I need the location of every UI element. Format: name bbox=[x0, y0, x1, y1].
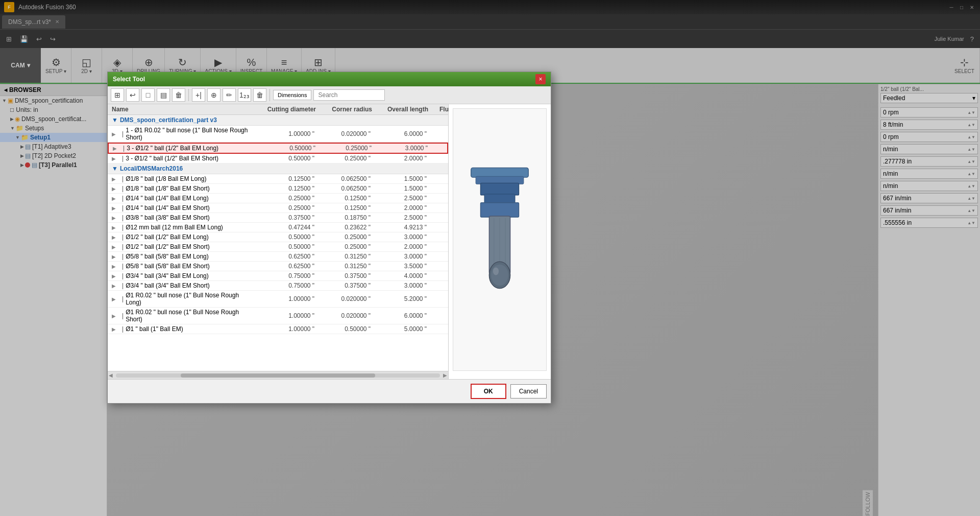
remove-tool-button[interactable]: 🗑 bbox=[253, 88, 266, 102]
tool-flute-value: 1.2500 bbox=[427, 233, 448, 241]
search-input[interactable] bbox=[313, 89, 385, 101]
tool-corner-r-value: 0.31250 " bbox=[314, 253, 371, 260]
tool-type-icon: | bbox=[122, 325, 124, 333]
tool-row[interactable]: ▶ | 3 - Ø1/2 " ball (1/2" Ball EM Short)… bbox=[108, 154, 448, 163]
scroll-track[interactable] bbox=[116, 373, 440, 378]
tool-corner-r-value: 0.25000 " bbox=[314, 233, 371, 241]
tool-overall-value: 5.2000 " bbox=[371, 295, 427, 302]
tool-name-label: Ø1/8 " ball (1/8" Ball EM Short) bbox=[126, 185, 253, 192]
tool-type-icon: | bbox=[122, 253, 124, 260]
dialog-title: Select Tool bbox=[113, 76, 145, 83]
copy-tool-button[interactable]: ⊕ bbox=[207, 88, 220, 102]
tool-row[interactable]: ▶ | Ø5/8 " ball (5/8" Ball EM Long) 0.62… bbox=[108, 252, 448, 262]
tool-type-icon: | bbox=[122, 185, 124, 192]
tool-row[interactable]: ▶ | 3 - Ø1/2 " ball (1/2" Ball EM Long) … bbox=[108, 143, 448, 154]
filter-button[interactable]: ▤ bbox=[157, 88, 170, 102]
new-library-button[interactable]: ⊞ bbox=[111, 88, 124, 102]
tool-row[interactable]: ▶ | Ø1 " ball (1" Ball EM) 1.00000 " 0.5… bbox=[108, 324, 448, 334]
tool-flute-value: 1.8000 bbox=[427, 312, 448, 319]
tool-row[interactable]: ▶ | Ø1/4 " ball (1/4" Ball EM Long) 0.25… bbox=[108, 194, 448, 203]
tool-name-label: Ø3/4 " ball (3/4" Ball EM Short) bbox=[126, 282, 253, 289]
tool-flute-value: 2.3000 bbox=[427, 325, 448, 333]
expand-arrow: ▶ bbox=[112, 273, 122, 279]
tool-svg bbox=[459, 163, 541, 316]
ok-button[interactable]: OK bbox=[471, 384, 506, 399]
svg-rect-6 bbox=[481, 203, 519, 217]
tool-overall-value: 3.5000 " bbox=[371, 263, 427, 270]
expand-lib-arrow: ▼ bbox=[112, 165, 118, 172]
tool-list-body[interactable]: ▼ DMS_spoon_certification_part v3 ▶ | 1 … bbox=[108, 115, 448, 371]
library-header[interactable]: ▼ Local/DMSMarch2016 bbox=[108, 163, 448, 174]
expand-arrow: ▶ bbox=[112, 296, 122, 302]
tool-type-icon: | bbox=[122, 130, 124, 137]
tool-overall-value: 4.9213 " bbox=[371, 224, 427, 231]
expand-arrow: ▶ bbox=[112, 313, 122, 319]
tool-flute-value: 1.2500 bbox=[428, 145, 448, 152]
library-name: DMS_spoon_certification_part v3 bbox=[120, 116, 217, 124]
col-cut-dia-header: Cutting diameter bbox=[255, 106, 316, 113]
tool-flute-value: 0.7500 bbox=[427, 214, 448, 221]
tool-row[interactable]: ▶ | Ø1 R0.02 " bull nose (1" Bull Nose R… bbox=[108, 308, 448, 324]
tool-row[interactable]: ▶ | Ø5/8 " ball (5/8" Ball EM Short) 0.6… bbox=[108, 262, 448, 271]
dialog-close-button[interactable]: × bbox=[535, 74, 546, 84]
add-tool-button[interactable]: +| bbox=[192, 88, 205, 102]
tool-name-label: Ø12 mm ball (12 mm Ball EM Long) bbox=[126, 224, 253, 231]
tool-name-label: Ø3/8 " ball (3/8" Ball EM Short) bbox=[126, 214, 253, 221]
tool-flute-value: 0.7500 bbox=[427, 282, 448, 289]
expand-arrow: ▶ bbox=[112, 186, 122, 192]
expand-arrow: ▶ bbox=[112, 244, 122, 250]
tool-corner-r-value: 0.12500 " bbox=[314, 204, 371, 212]
library-header[interactable]: ▼ DMS_spoon_certification_part v3 bbox=[108, 115, 448, 126]
tool-row[interactable]: ▶ | Ø12 mm ball (12 mm Ball EM Long) 0.4… bbox=[108, 223, 448, 232]
tool-name-label: Ø1/4 " ball (1/4" Ball EM Long) bbox=[126, 195, 253, 202]
dialog-toolbar: ⊞ ↩ □ ▤ 🗑 +| ⊕ ✏ 1₂₃ 🗑 Dimensions bbox=[108, 86, 551, 104]
tool-name-label: Ø5/8 " ball (5/8" Ball EM Short) bbox=[126, 263, 253, 270]
tool-row[interactable]: ▶ | Ø1 R0.02 " bull nose (1" Bull Nose R… bbox=[108, 291, 448, 308]
tool-overall-value: 3.0000 " bbox=[371, 282, 427, 289]
tool-preview-image bbox=[453, 108, 547, 371]
edit-tool-button[interactable]: ✏ bbox=[223, 88, 236, 102]
tool-cut-dia-value: 0.25000 " bbox=[253, 204, 314, 212]
scroll-right-arrow[interactable]: ▶ bbox=[442, 372, 448, 378]
export-button[interactable]: □ bbox=[141, 88, 155, 102]
tool-cut-dia-value: 1.00000 " bbox=[253, 295, 314, 302]
tool-overall-value: 2.0000 " bbox=[371, 243, 427, 250]
tool-cut-dia-value: 0.50000 " bbox=[253, 155, 314, 162]
delete-button[interactable]: 🗑 bbox=[172, 88, 185, 102]
tool-row[interactable]: ▶ | Ø1/2 " ball (1/2" Ball EM Long) 0.50… bbox=[108, 232, 448, 242]
tool-corner-r-value: 0.062500 " bbox=[314, 175, 371, 182]
tool-flute-value: 3.4500 bbox=[427, 295, 448, 302]
tool-row[interactable]: ▶ | Ø3/4 " ball (3/4" Ball EM Long) 0.75… bbox=[108, 271, 448, 281]
tool-row[interactable]: ▶ | Ø1/2 " ball (1/2" Ball EM Short) 0.5… bbox=[108, 242, 448, 252]
tool-row[interactable]: ▶ | Ø1/4 " ball (1/4" Ball EM Short) 0.2… bbox=[108, 203, 448, 213]
tool-type-icon: | bbox=[122, 204, 124, 212]
tool-name-label: Ø5/8 " ball (5/8" Ball EM Long) bbox=[126, 253, 253, 260]
tool-name-label: Ø3/4 " ball (3/4" Ball EM Long) bbox=[126, 272, 253, 279]
tool-row[interactable]: ▶ | Ø3/4 " ball (3/4" Ball EM Short) 0.7… bbox=[108, 281, 448, 291]
horizontal-scrollbar[interactable]: ◀ ▶ bbox=[108, 371, 448, 379]
tool-cut-dia-value: 0.62500 " bbox=[253, 263, 314, 270]
tool-row[interactable]: ▶ | Ø3/8 " ball (3/8" Ball EM Short) 0.3… bbox=[108, 213, 448, 223]
tool-corner-r-value: 0.23622 " bbox=[314, 224, 371, 231]
tool-corner-r-value: 0.020000 " bbox=[314, 130, 371, 137]
num-button[interactable]: 1₂₃ bbox=[238, 88, 251, 102]
tool-name-label: Ø1 " ball (1" Ball EM) bbox=[126, 325, 253, 333]
tool-row[interactable]: ▶ | Ø1/8 " ball (1/8" Ball EM Short) 0.1… bbox=[108, 184, 448, 194]
cancel-button[interactable]: Cancel bbox=[510, 384, 547, 398]
tool-corner-r-value: 0.020000 " bbox=[314, 312, 371, 319]
modal-overlay: Select Tool × ⊞ ↩ □ ▤ 🗑 +| ⊕ ✏ 1₂₃ 🗑 Dim… bbox=[0, 0, 980, 516]
tool-type-icon: | bbox=[122, 214, 124, 221]
tool-overall-value: 6.0000 " bbox=[371, 312, 427, 319]
tool-cut-dia-value: 0.50000 " bbox=[253, 233, 314, 241]
expand-arrow: ▶ bbox=[113, 146, 123, 151]
svg-rect-4 bbox=[481, 183, 519, 195]
tool-row[interactable]: ▶ | 1 - Ø1 R0.02 " bull nose (1" Bull No… bbox=[108, 126, 448, 143]
tool-flute-value: 0.8750 bbox=[427, 263, 448, 270]
tool-row[interactable]: ▶ | Ø1/8 " ball (1/8 Ball EM Long) 0.125… bbox=[108, 174, 448, 184]
tool-cut-dia-value: 0.50000 " bbox=[254, 145, 315, 152]
dimensions-filter-button[interactable]: Dimensions bbox=[273, 90, 311, 100]
tool-type-icon: | bbox=[123, 145, 125, 152]
scroll-thumb[interactable] bbox=[181, 373, 375, 378]
scroll-left-arrow[interactable]: ◀ bbox=[108, 372, 114, 378]
import-button[interactable]: ↩ bbox=[126, 88, 139, 102]
